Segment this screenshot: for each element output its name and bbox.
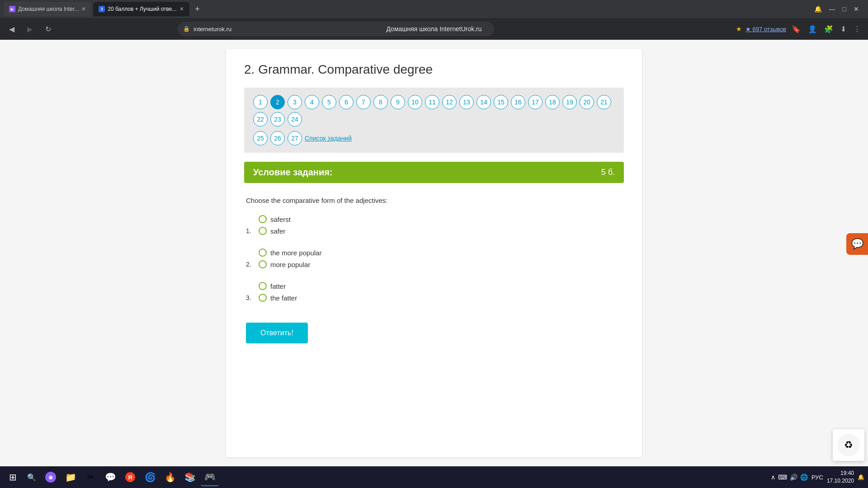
radio-q3o2[interactable] (259, 294, 267, 302)
nav-num-15[interactable]: 15 (494, 95, 508, 109)
question-2-option-1: the more popular (246, 249, 622, 257)
question-3-option-2: 3. the fatter (246, 294, 622, 302)
back-button[interactable]: ◀ (5, 23, 18, 35)
browser-chrome: ▶ Домашняя школа Inter... ✕ 3 20 баллов … (0, 0, 868, 40)
nav-num-13[interactable]: 13 (459, 95, 474, 109)
radio-q1o1[interactable] (259, 215, 267, 223)
nav-num-18[interactable]: 18 (545, 95, 560, 109)
taskbar-time: 19:40 (827, 469, 854, 477)
new-tab-button[interactable]: + (191, 3, 204, 15)
taskbar-yandex[interactable]: Я (121, 468, 139, 486)
question-instruction: Choose the comparative form of the adjec… (246, 197, 622, 204)
nav-num-8[interactable]: 8 (373, 95, 388, 109)
nav-num-6[interactable]: 6 (339, 95, 354, 109)
question-1-option-2: 1. safer (246, 227, 622, 235)
nav-num-5[interactable]: 5 (322, 95, 336, 109)
forward-button[interactable]: ▶ (24, 23, 36, 35)
bookmark-icon[interactable]: 🔖 (790, 23, 802, 35)
snipping-icon: ✂ (87, 472, 94, 482)
question-body: Choose the comparative form of the adjec… (244, 192, 624, 348)
nav-num-14[interactable]: 14 (476, 95, 491, 109)
speaker-icon[interactable]: 🔊 (790, 474, 797, 481)
option-q2o2-text: more popular (270, 261, 310, 268)
points-label: 5 б. (601, 168, 615, 177)
chat-widget[interactable]: 💬 (846, 233, 868, 255)
option-q3o2-text: the fatter (270, 294, 297, 302)
refresh-button[interactable]: ↻ (42, 23, 54, 35)
taskbar-edge[interactable]: 🌀 (141, 468, 159, 486)
minimize-icon[interactable]: — (829, 5, 835, 13)
search-button[interactable]: 🔍 (24, 469, 40, 485)
nav-num-7[interactable]: 7 (356, 95, 371, 109)
extensions-icon[interactable]: 🧩 (822, 23, 835, 35)
tab-2-close[interactable]: ✕ (179, 6, 184, 12)
nav-num-17[interactable]: 17 (528, 95, 542, 109)
radio-q3o1[interactable] (259, 282, 267, 290)
nav-num-24[interactable]: 24 (288, 112, 302, 127)
nav-num-27[interactable]: 27 (288, 131, 302, 145)
nav-num-21[interactable]: 21 (597, 95, 611, 109)
radio-q2o2[interactable] (259, 260, 267, 268)
nav-num-25[interactable]: 25 (253, 131, 268, 145)
network-icon[interactable]: 🌐 (800, 474, 808, 481)
star-icon[interactable]: ★ (736, 25, 742, 33)
app6-icon: 🔥 (165, 472, 176, 483)
download-icon[interactable]: ⬇ (839, 23, 848, 35)
radio-q1o2[interactable] (259, 227, 267, 235)
profile-icon[interactable]: 👤 (806, 23, 819, 35)
main-container: 2. Grammar. Comparative degree 1 2 3 4 5… (226, 49, 642, 457)
language-indicator[interactable]: РУС (811, 474, 823, 481)
nav-num-19[interactable]: 19 (562, 95, 577, 109)
notifications-taskbar-icon[interactable]: 🔔 (858, 474, 864, 480)
nav-num-4[interactable]: 4 (305, 95, 319, 109)
close-window-icon[interactable]: ✕ (854, 5, 859, 13)
option-q3o1-text: fatter (270, 282, 286, 290)
question-2-option-2: 2. more popular (246, 260, 622, 268)
nav-num-20[interactable]: 20 (580, 95, 594, 109)
taskbar-gta[interactable]: 🎮 (201, 468, 219, 486)
tab-2-label: 20 баллов + Лучший отве... (108, 6, 176, 12)
taskbar-app6[interactable]: 🔥 (161, 468, 179, 486)
nav-num-10[interactable]: 10 (408, 95, 422, 109)
start-button[interactable]: ⊞ (4, 468, 22, 486)
tab-1[interactable]: ▶ Домашняя школа Inter... ✕ (4, 2, 91, 16)
maximize-icon[interactable]: □ (843, 5, 846, 13)
chevron-icon[interactable]: ∧ (771, 474, 775, 481)
menu-icon[interactable]: ⋮ (852, 23, 863, 35)
task-list-link[interactable]: Список заданий (305, 135, 352, 142)
edge-icon: 🌀 (145, 472, 156, 483)
question-1-option-1: saferst (246, 215, 622, 223)
reviews-link[interactable]: ★ 697 отзывов (745, 26, 786, 33)
keyboard-icon[interactable]: ⌨ (778, 474, 787, 481)
tab-1-label: Домашняя школа Inter... (18, 6, 79, 12)
lock-icon: 🔒 (183, 26, 190, 32)
url-text: interneturok.ru (193, 26, 231, 33)
option-q2o1-text: the more popular (270, 249, 321, 257)
tab-1-close[interactable]: ✕ (81, 6, 86, 12)
nav-num-16[interactable]: 16 (511, 95, 525, 109)
nav-num-23[interactable]: 23 (270, 112, 285, 127)
nav-num-9[interactable]: 9 (391, 95, 405, 109)
nav-num-12[interactable]: 12 (442, 95, 457, 109)
nav-num-26[interactable]: 26 (270, 131, 285, 145)
taskbar-app7[interactable]: 📚 (181, 468, 199, 486)
taskbar-snipping[interactable]: ✂ (81, 468, 99, 486)
taskbar-file-explorer[interactable]: 📁 (61, 468, 80, 486)
submit-button[interactable]: Ответить! (246, 323, 308, 343)
option-q1o1-text: saferst (270, 216, 291, 223)
condition-bar: Условие задания: 5 б. (244, 162, 624, 183)
notifications-icon[interactable]: 🔔 (814, 5, 822, 13)
recaptcha-widget: ♻ (833, 429, 864, 461)
nav-num-3[interactable]: 3 (288, 95, 302, 109)
taskbar-cortana[interactable]: ◉ (42, 468, 60, 486)
nav-num-11[interactable]: 11 (425, 95, 439, 109)
page-title-center: Домашняя школа InternetUrok.ru (386, 25, 481, 33)
radio-q2o1[interactable] (259, 249, 267, 257)
nav-num-2[interactable]: 2 (270, 95, 285, 109)
file-explorer-icon: 📁 (65, 472, 76, 483)
nav-numbers-row2: 25 26 27 Список заданий (253, 131, 615, 145)
nav-num-1[interactable]: 1 (253, 95, 268, 109)
tab-2[interactable]: 3 20 баллов + Лучший отве... ✕ (93, 2, 189, 16)
taskbar-whatsapp[interactable]: 💬 (101, 468, 119, 486)
nav-num-22[interactable]: 22 (253, 112, 268, 127)
